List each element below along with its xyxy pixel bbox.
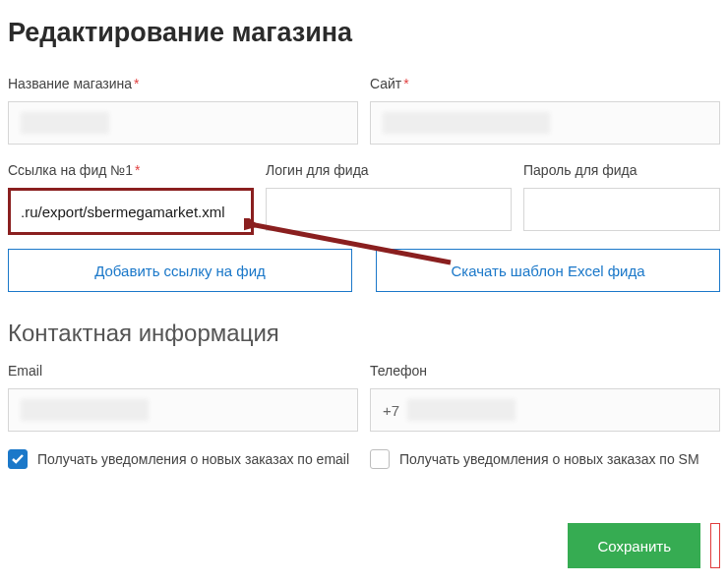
feed-url-input[interactable]: .ru/export/sbermegamarket.xml	[8, 188, 254, 235]
notify-email-checkbox[interactable]	[8, 449, 28, 469]
notify-email-label: Получать уведомления о новых заказах по …	[37, 451, 349, 467]
store-name-label: Название магазина*	[8, 76, 358, 91]
check-icon	[12, 454, 24, 464]
email-label: Email	[8, 363, 358, 379]
phone-label: Телефон	[370, 363, 720, 379]
site-label: Сайт*	[370, 76, 720, 91]
download-template-button[interactable]: Скачать шаблон Excel фида	[376, 249, 720, 292]
site-input[interactable]	[370, 101, 720, 145]
page-title: Редактирование магазина	[8, 18, 720, 48]
store-name-input[interactable]	[8, 101, 358, 145]
phone-input[interactable]: +7	[370, 388, 720, 432]
email-input[interactable]	[8, 388, 358, 432]
feed-login-label: Логин для фида	[266, 162, 512, 178]
notify-sms-label: Получать уведомления о новых заказах по …	[399, 451, 699, 467]
feed-url-label: Ссылка на фид №1*	[8, 162, 254, 178]
feed-password-label: Пароль для фида	[523, 162, 720, 178]
add-feed-button[interactable]: Добавить ссылку на фид	[8, 249, 352, 292]
contact-heading: Контактная информация	[8, 320, 720, 347]
notify-sms-checkbox[interactable]	[370, 449, 390, 469]
save-button[interactable]: Сохранить	[568, 523, 700, 568]
secondary-action-button[interactable]	[710, 523, 720, 568]
feed-login-input[interactable]	[266, 188, 512, 231]
feed-password-input[interactable]	[523, 188, 720, 231]
